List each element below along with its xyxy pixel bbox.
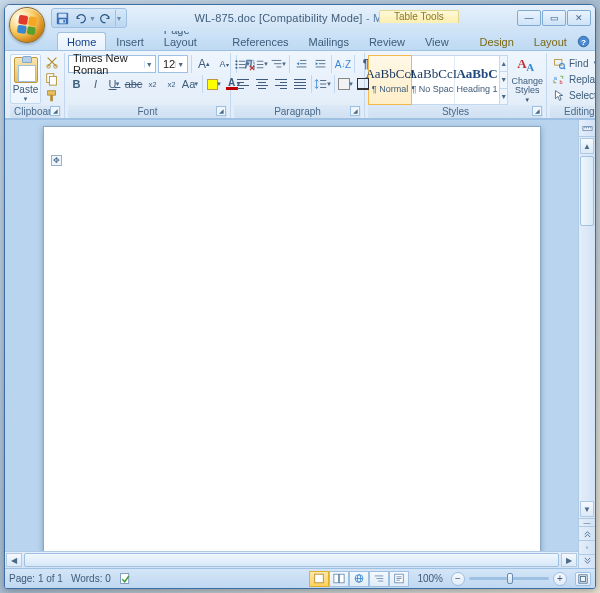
vscroll-track[interactable]	[579, 227, 595, 500]
zoom-control: − +	[451, 572, 567, 586]
qat-customize-dropdown[interactable]: ▼	[115, 10, 120, 26]
tab-references[interactable]: References	[222, 32, 298, 50]
gallery-scroll-down[interactable]: ▼	[500, 72, 507, 88]
decrease-indent-button[interactable]	[292, 55, 310, 73]
qat-undo-dropdown[interactable]: ▼	[90, 10, 95, 26]
highlight-button[interactable]: ▼	[206, 75, 223, 93]
hscroll-thumb[interactable]	[24, 553, 559, 567]
grow-font-button[interactable]: A▴	[195, 55, 213, 73]
group-paragraph: ▼ 123▼ ▼ A↓Z ¶ ▼	[231, 53, 365, 118]
tab-home[interactable]: Home	[57, 32, 106, 50]
document-page[interactable]: ✥	[43, 126, 541, 568]
find-button[interactable]: Find▼	[550, 55, 596, 71]
change-styles-button[interactable]: A A Change Styles ▼	[511, 55, 543, 105]
line-spacing-button[interactable]: ▼	[314, 75, 332, 93]
table-move-handle[interactable]: ✥	[51, 155, 62, 166]
shading-button[interactable]: ▼	[337, 75, 355, 93]
replace-button[interactable]: ab Replace	[550, 71, 596, 87]
help-button[interactable]: ?	[577, 32, 591, 50]
vscroll-up[interactable]: ▲	[580, 138, 594, 154]
format-painter-button[interactable]	[43, 88, 61, 104]
hscroll-right[interactable]: ▶	[561, 553, 577, 567]
status-page[interactable]: Page: 1 of 1	[9, 573, 63, 584]
hscroll-track[interactable]	[23, 552, 560, 568]
proofing-status-icon[interactable]	[119, 572, 133, 586]
tab-layout[interactable]: Layout	[524, 32, 577, 50]
copy-button[interactable]	[43, 71, 61, 87]
tab-view[interactable]: View	[415, 32, 459, 50]
zoom-out-button[interactable]: −	[451, 572, 465, 586]
paste-button[interactable]: Paste ▼	[10, 54, 41, 104]
style-heading-1[interactable]: AaBbC Heading 1	[455, 56, 499, 104]
font-size-combo[interactable]: 12▼	[158, 55, 188, 73]
align-center-button[interactable]	[253, 75, 271, 93]
previous-page-button[interactable]	[579, 526, 595, 540]
tab-insert[interactable]: Insert	[106, 32, 154, 50]
bullets-button[interactable]: ▼	[234, 55, 251, 73]
select-button[interactable]: Select▼	[550, 87, 596, 103]
tab-design[interactable]: Design	[470, 32, 524, 50]
change-case-button[interactable]: Aa▼	[182, 75, 199, 93]
tab-mailings[interactable]: Mailings	[299, 32, 359, 50]
ruler-toggle-button[interactable]	[579, 120, 595, 137]
italic-button[interactable]: I	[87, 75, 104, 93]
superscript-button[interactable]: x2	[163, 75, 180, 93]
styles-launcher[interactable]: ◢	[532, 106, 542, 116]
redo-button[interactable]	[97, 10, 113, 26]
change-styles-label: Change Styles ▼	[511, 77, 543, 105]
zoom-in-button[interactable]: +	[553, 572, 567, 586]
zoom-slider[interactable]	[469, 577, 549, 580]
outline-view-button[interactable]	[369, 571, 389, 587]
horizontal-scrollbar: ◀ ▶	[5, 551, 578, 568]
cut-button[interactable]	[43, 54, 61, 70]
align-right-button[interactable]	[272, 75, 290, 93]
clipboard-launcher[interactable]: ◢	[50, 106, 60, 116]
align-left-button[interactable]	[234, 75, 252, 93]
style-name: Heading 1	[456, 84, 497, 94]
vscroll-thumb[interactable]	[580, 156, 594, 226]
browse-object-split[interactable]: ―	[579, 518, 595, 526]
save-button[interactable]	[54, 10, 70, 26]
sort-button[interactable]: A↓Z	[334, 55, 352, 73]
draft-view-button[interactable]	[389, 571, 409, 587]
title-bar: ▼ ▼ WL-875.doc [Compatibility Mode] - Mi…	[5, 5, 595, 31]
gallery-expand[interactable]: ▼	[500, 89, 507, 104]
style-gallery-scroller: ▲ ▼ ▼	[500, 55, 508, 105]
vscroll-down[interactable]: ▼	[580, 501, 594, 517]
strikethrough-button[interactable]: abc	[125, 75, 142, 93]
document-viewport[interactable]: ✥	[5, 120, 578, 568]
subscript-button[interactable]: x2	[144, 75, 161, 93]
gallery-scroll-up[interactable]: ▲	[500, 56, 507, 72]
font-name-combo[interactable]: Times New Roman▼	[68, 55, 156, 73]
select-browse-object-button[interactable]: ◦	[579, 540, 595, 554]
maximize-button[interactable]: ▭	[542, 10, 566, 26]
multilevel-list-button[interactable]: ▼	[270, 55, 287, 73]
close-button[interactable]: ✕	[567, 10, 591, 26]
group-editing: Find▼ ab Replace Select▼ Editing	[547, 53, 596, 118]
window-controls: — ▭ ✕	[517, 10, 591, 26]
bold-button[interactable]: B	[68, 75, 85, 93]
style-normal[interactable]: AaBbCcI ¶ Normal	[368, 55, 412, 105]
office-button[interactable]	[9, 7, 45, 43]
minimize-button[interactable]: —	[517, 10, 541, 26]
underline-button[interactable]: U▼	[106, 75, 123, 93]
undo-button[interactable]	[72, 10, 88, 26]
web-layout-view-button[interactable]	[349, 571, 369, 587]
hscroll-left[interactable]: ◀	[6, 553, 22, 567]
zoom-level[interactable]: 100%	[417, 573, 443, 584]
style-no-spacing[interactable]: AaBbCcI ¶ No Spaci...	[411, 56, 455, 104]
print-layout-view-button[interactable]	[309, 571, 329, 587]
paragraph-launcher[interactable]: ◢	[350, 106, 360, 116]
next-page-button[interactable]	[579, 554, 595, 568]
status-words[interactable]: Words: 0	[71, 573, 111, 584]
font-launcher[interactable]: ◢	[216, 106, 226, 116]
group-font: Times New Roman▼ 12▼ A▴ A▾ B I U▼ abc x2…	[65, 53, 231, 118]
numbering-button[interactable]: 123▼	[252, 55, 269, 73]
full-screen-reading-view-button[interactable]	[329, 571, 349, 587]
tab-review[interactable]: Review	[359, 32, 415, 50]
svg-line-38	[563, 67, 565, 69]
increase-indent-button[interactable]	[311, 55, 329, 73]
zoom-dialog-button[interactable]	[575, 572, 591, 586]
zoom-slider-thumb[interactable]	[507, 573, 513, 584]
justify-button[interactable]	[291, 75, 309, 93]
